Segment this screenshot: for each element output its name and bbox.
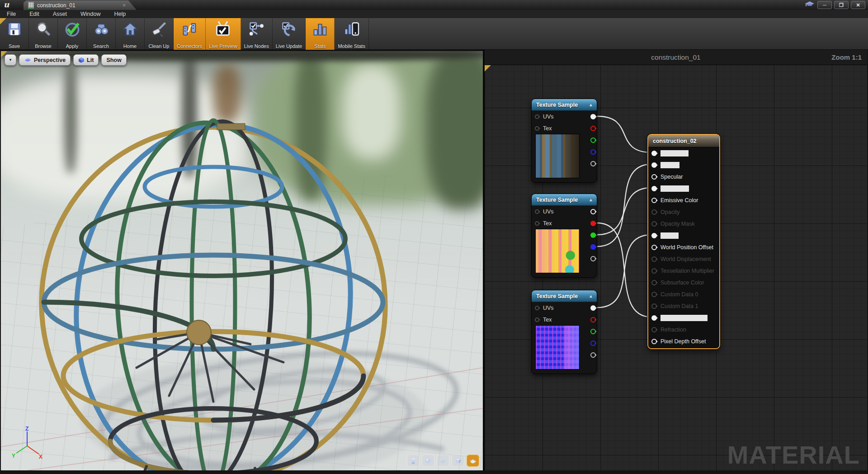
cylinder-mesh-button[interactable]	[407, 455, 420, 467]
texture-sample-node-2[interactable]: Texture Sample ▲ UVs Tex	[531, 194, 597, 278]
r-output-pin[interactable]	[590, 221, 596, 226]
pin-icon[interactable]	[651, 315, 657, 321]
tex-input-pin[interactable]	[535, 221, 539, 226]
material-output-node[interactable]: construction_02 Base Color Metallic Spec…	[647, 134, 720, 349]
pin-row-emissive-color[interactable]: Emissive Color	[648, 197, 719, 204]
pin-icon[interactable]	[651, 256, 657, 262]
plane-mesh-button[interactable]	[437, 455, 449, 467]
menu-help[interactable]: Help	[107, 11, 132, 17]
pin-row-metallic[interactable]: Metallic	[648, 161, 719, 169]
pin-icon[interactable]	[651, 245, 657, 250]
a-output-pin[interactable]	[590, 352, 596, 358]
a-output-pin[interactable]	[590, 161, 596, 166]
wire-sphere-mesh[interactable]	[1, 51, 483, 470]
toolbar-button-connectors[interactable]: Connectors	[174, 18, 206, 50]
g-output-pin[interactable]	[590, 329, 596, 334]
menu-window[interactable]: Window	[74, 11, 107, 17]
node-header[interactable]: Texture Sample ▲	[532, 99, 597, 111]
wire-normal[interactable]	[597, 235, 651, 308]
rgb-output-pin[interactable]	[590, 305, 596, 311]
pin-row-opacity-mask[interactable]: Opacity Mask	[648, 220, 719, 228]
toolbar-button-search[interactable]: Search	[87, 18, 116, 50]
pin-row-refraction[interactable]: Refraction	[648, 326, 719, 333]
toolbar-button-apply[interactable]: Apply	[58, 18, 87, 50]
toolbar-button-live-nodes[interactable]: Live Nodes	[241, 18, 273, 50]
pin-icon[interactable]	[651, 174, 657, 180]
show-menu-button[interactable]: Show	[101, 54, 126, 66]
r-output-pin[interactable]	[590, 317, 596, 322]
pin-row-custom-data-1[interactable]: Custom Data 1	[648, 303, 719, 310]
pin-row-normal[interactable]: Normal	[648, 232, 719, 239]
menu-edit[interactable]: Edit	[23, 11, 46, 17]
pin-row-tessellation-multiplier[interactable]: Tessellation Multiplier	[648, 267, 719, 275]
b-output-pin[interactable]	[590, 341, 596, 346]
pin-icon[interactable]	[651, 303, 657, 309]
toolbar-button-home[interactable]: Home	[116, 18, 145, 50]
toolbar-button-stats[interactable]: Stats	[306, 18, 335, 50]
material-graph-panel[interactable]: MATERIAL Texture Sample ▲ UVs Tex	[485, 50, 867, 470]
pin-icon[interactable]	[651, 327, 657, 332]
pin-row-world-displacement[interactable]: World Displacement	[648, 256, 719, 263]
perspective-button[interactable]: Perspective	[19, 54, 71, 66]
pin-row-custom-data-0[interactable]: Custom Data 0	[648, 291, 719, 298]
pin-row-base-color[interactable]: Base Color	[648, 150, 719, 157]
texture-sample-node-1[interactable]: Texture Sample ▲ UVs Tex	[531, 99, 597, 183]
minimize-button[interactable]: ─	[817, 1, 832, 9]
pin-icon[interactable]	[651, 268, 657, 274]
panel-divider[interactable]	[483, 50, 485, 470]
menu-asset[interactable]: Asset	[46, 11, 74, 17]
texture-sample-node-3[interactable]: Texture Sample ▲ UVs Tex	[531, 290, 597, 374]
toolbar-button-mobile-stats[interactable]: Mobile Stats	[335, 18, 369, 50]
restore-button[interactable]: ❐	[834, 1, 849, 9]
collapse-arrow-icon[interactable]: ▲	[589, 102, 593, 107]
tutorial-cap-icon[interactable]	[805, 1, 815, 10]
pin-icon[interactable]	[651, 186, 657, 191]
sphere-mesh-button[interactable]	[422, 455, 434, 467]
pin-icon[interactable]	[651, 292, 657, 297]
tex-input-pin[interactable]	[535, 126, 539, 131]
wire-ambient-occlusion[interactable]	[597, 223, 651, 317]
toolbar-button-clean-up[interactable]: Clean Up	[145, 18, 174, 50]
toolbar-button-live-preview[interactable]: Live Preview	[206, 18, 241, 50]
toolbar-button-live-update[interactable]: Live Update	[273, 18, 306, 50]
node-header[interactable]: construction_02	[648, 135, 719, 147]
toolbar-button-browse[interactable]: Browse	[29, 18, 58, 50]
wire-metallic[interactable]	[597, 164, 651, 246]
pin-icon[interactable]	[651, 233, 657, 238]
pin-icon[interactable]	[651, 162, 657, 168]
a-output-pin[interactable]	[590, 256, 596, 261]
g-output-pin[interactable]	[590, 232, 596, 238]
pin-row-roughness[interactable]: Roughness	[648, 185, 719, 192]
pin-row-ambient-occlusion[interactable]: Ambient Occlusion	[648, 314, 719, 322]
pin-icon[interactable]	[651, 280, 657, 285]
pin-icon[interactable]	[651, 209, 657, 215]
pin-icon[interactable]	[651, 339, 657, 344]
rgb-output-pin[interactable]	[590, 114, 596, 119]
asset-tab[interactable]: construction_01 ×	[24, 0, 137, 10]
node-header[interactable]: Texture Sample ▲	[532, 290, 597, 302]
b-output-pin[interactable]	[590, 244, 596, 250]
tex-input-pin[interactable]	[535, 318, 539, 322]
tab-close-icon[interactable]: ×	[123, 2, 126, 9]
pin-icon[interactable]	[651, 198, 657, 203]
pin-icon[interactable]	[651, 151, 657, 156]
pin-row-world-position-offset[interactable]: World Position Offset	[648, 244, 719, 251]
r-output-pin[interactable]	[590, 126, 596, 131]
rgb-output-pin[interactable]	[590, 209, 596, 214]
collapse-arrow-icon[interactable]: ▲	[589, 197, 593, 202]
preview-viewport[interactable]: ▼ Perspective Lit Show Z X Y	[1, 51, 483, 470]
pin-row-opacity[interactable]: Opacity	[648, 209, 719, 216]
uvs-input-pin[interactable]	[535, 306, 539, 310]
pin-row-subsurface-color[interactable]: Subsurface Color	[648, 279, 719, 286]
lit-mode-button[interactable]: Lit	[73, 54, 99, 66]
pin-row-pixel-depth-offset[interactable]: Pixel Depth Offset	[648, 338, 719, 345]
pin-row-specular[interactable]: Specular	[648, 173, 719, 180]
wire-basecolor[interactable]	[597, 116, 651, 152]
close-button[interactable]: ✕	[851, 1, 865, 9]
b-output-pin[interactable]	[590, 149, 596, 155]
pin-icon[interactable]	[651, 221, 657, 227]
teapot-mesh-button[interactable]	[467, 455, 479, 467]
collapse-arrow-icon[interactable]: ▲	[589, 294, 593, 299]
g-output-pin[interactable]	[590, 137, 596, 143]
menu-file[interactable]: File	[0, 11, 23, 17]
